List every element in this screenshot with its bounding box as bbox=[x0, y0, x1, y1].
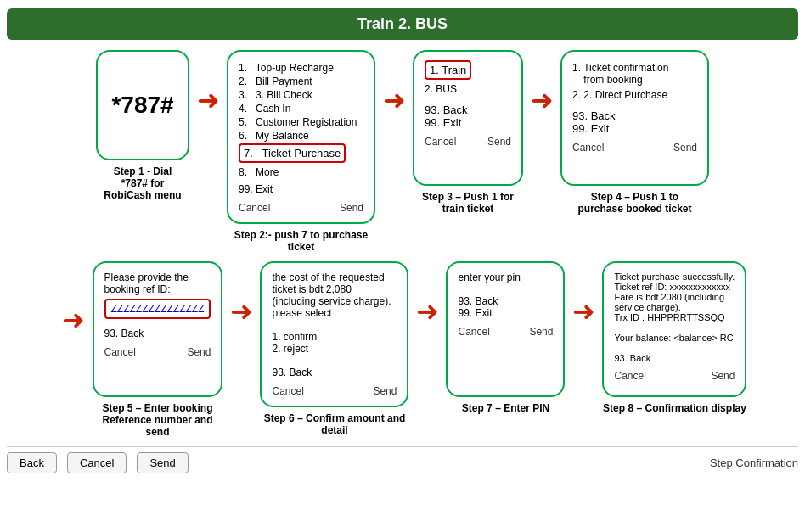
step5-cancel[interactable]: Cancel bbox=[104, 346, 136, 358]
menu-item-7-highlighted: 7. Ticket Purchase bbox=[239, 143, 346, 163]
step4-back: 93. Back bbox=[572, 109, 697, 122]
step4-item1: 1. Ticket confirmation from booking bbox=[572, 62, 697, 86]
step3-train-text: 1. Train bbox=[430, 64, 466, 76]
step7-screen: enter your pin 93. Back 99. Exit Cancel … bbox=[446, 261, 565, 397]
step5-wrapper: Please provide thebooking ref ID: ZZZZZZ… bbox=[93, 261, 223, 438]
step8-footer: Cancel Send bbox=[614, 370, 735, 382]
step3-back: 93. Back bbox=[425, 104, 511, 116]
main-container: Train 2. BUS *787# Step 1 - Dial *787# f… bbox=[0, 0, 805, 482]
step4-item2: 2. 2. Direct Purchase bbox=[572, 89, 697, 101]
step7-cancel[interactable]: Cancel bbox=[458, 326, 489, 338]
step3-bus: 2. BUS bbox=[425, 83, 511, 95]
step4-cancel[interactable]: Cancel bbox=[572, 142, 604, 154]
step2-screen: 1. Top-up Recharge 2. Bill Payment 3. 3.… bbox=[227, 50, 375, 224]
arrow4-left: ➜ bbox=[59, 304, 89, 336]
step2-wrapper: 1. Top-up Recharge 2. Bill Payment 3. 3.… bbox=[227, 50, 375, 253]
step4-screen: 1. Ticket confirmation from booking 2. 2… bbox=[560, 50, 709, 186]
step8-cancel[interactable]: Cancel bbox=[614, 370, 645, 382]
step5-input[interactable]: ZZZZZZZZZZZZZZZ bbox=[104, 299, 211, 319]
step6-screen: the cost of the requested ticket is bdt … bbox=[260, 261, 408, 407]
arrow1: ➜ bbox=[193, 84, 223, 116]
step6-text: the cost of the requested ticket is bdt … bbox=[272, 272, 397, 378]
step7-text: enter your pin 93. Back 99. Exit bbox=[458, 272, 553, 319]
step4-footer: Cancel Send bbox=[572, 142, 697, 154]
title-text: Train 2. BUS bbox=[357, 15, 448, 32]
dial-screen: *787# bbox=[96, 50, 189, 160]
arrow2: ➜ bbox=[379, 84, 409, 116]
row1: *787# Step 1 - Dial *787# for RobiCash m… bbox=[7, 50, 798, 253]
step5-prompt: Please provide thebooking ref ID: bbox=[104, 272, 211, 295]
step3-train-highlighted: 1. Train bbox=[425, 60, 471, 80]
step2-label: Step 2:- push 7 to purchase ticket bbox=[229, 229, 374, 253]
step5-send[interactable]: Send bbox=[187, 346, 211, 358]
step8-text: Ticket purchase successfully. Ticket ref… bbox=[614, 272, 735, 363]
step7-label: Step 7 – Enter PIN bbox=[462, 402, 549, 414]
arrow7: ➜ bbox=[568, 295, 599, 328]
send-button[interactable]: Send bbox=[137, 452, 188, 473]
step-confirmation-label: Step Confirmation bbox=[710, 456, 798, 469]
step5-footer: Cancel Send bbox=[104, 346, 211, 358]
step4-wrapper: 1. Ticket confirmation from booking 2. 2… bbox=[560, 50, 709, 215]
arrow3: ➜ bbox=[526, 84, 557, 116]
cancel-button[interactable]: Cancel bbox=[67, 452, 127, 473]
step5-label: Step 5 – Enter booking Reference number … bbox=[102, 402, 212, 438]
step6-cancel[interactable]: Cancel bbox=[272, 385, 303, 397]
back-button[interactable]: Back bbox=[7, 452, 57, 473]
step3-cancel[interactable]: Cancel bbox=[425, 136, 456, 148]
step7-footer: Cancel Send bbox=[458, 326, 553, 338]
step4-exit: 99. Exit bbox=[572, 122, 697, 135]
menu-item-6: 6. My Balance bbox=[239, 130, 363, 142]
step7-send[interactable]: Send bbox=[529, 326, 553, 338]
menu-item-5: 5. Customer Registration bbox=[239, 116, 363, 128]
menu-item-1: 1. Top-up Recharge bbox=[239, 62, 363, 74]
step4-label: Step 4 – Push 1 to purchase booked ticke… bbox=[577, 191, 691, 215]
step3-label: Step 3 – Push 1 for train ticket bbox=[422, 191, 514, 215]
step2-send[interactable]: Send bbox=[340, 202, 363, 214]
step8-wrapper: Ticket purchase successfully. Ticket ref… bbox=[602, 261, 746, 414]
menu-item-8: 8. More bbox=[239, 166, 363, 178]
step2-footer: Cancel Send bbox=[239, 202, 363, 214]
step5-back: 93. Back bbox=[104, 328, 211, 339]
step7-wrapper: enter your pin 93. Back 99. Exit Cancel … bbox=[446, 261, 565, 414]
step2-cancel[interactable]: Cancel bbox=[239, 202, 270, 214]
step8-label: Step 8 – Confirmation display bbox=[603, 402, 746, 414]
step5-screen: Please provide thebooking ref ID: ZZZZZZ… bbox=[93, 261, 223, 397]
step3-footer: Cancel Send bbox=[425, 136, 511, 148]
row2: ➜ Please provide thebooking ref ID: ZZZZ… bbox=[7, 261, 798, 438]
step6-label: Step 6 – Confirm amount and detail bbox=[262, 412, 407, 436]
step6-wrapper: the cost of the requested ticket is bdt … bbox=[260, 261, 408, 436]
dial-code: *787# bbox=[111, 92, 173, 119]
step3-send[interactable]: Send bbox=[487, 136, 511, 148]
step8-screen: Ticket purchase successfully. Ticket ref… bbox=[602, 261, 746, 397]
menu-item-3: 3. 3. Bill Check bbox=[239, 89, 363, 101]
menu-item-7-text: 7. Ticket Purchase bbox=[244, 147, 341, 160]
menu-item-2: 2. Bill Payment bbox=[239, 76, 363, 87]
step1-wrapper: *787# Step 1 - Dial *787# for RobiCash m… bbox=[96, 50, 189, 201]
menu-item-4: 4. Cash In bbox=[239, 103, 363, 115]
bottom-actions: Back Cancel Send bbox=[7, 452, 189, 473]
menu-item-99: 99. Exit bbox=[239, 183, 363, 195]
step6-footer: Cancel Send bbox=[272, 385, 397, 397]
arrow5: ➜ bbox=[226, 295, 256, 328]
step8-send[interactable]: Send bbox=[711, 370, 735, 382]
arrow6: ➜ bbox=[412, 295, 442, 328]
step1-label: Step 1 - Dial *787# for RobiCash menu bbox=[104, 165, 181, 201]
step3-wrapper: 1. Train 2. BUS 93. Back 99. Exit Cancel… bbox=[413, 50, 523, 215]
step4-send[interactable]: Send bbox=[673, 142, 697, 154]
step3-exit: 99. Exit bbox=[425, 116, 511, 129]
step3-screen: 1. Train 2. BUS 93. Back 99. Exit Cancel… bbox=[413, 50, 523, 186]
title-bar: Train 2. BUS bbox=[7, 8, 798, 40]
step6-send[interactable]: Send bbox=[373, 385, 397, 397]
